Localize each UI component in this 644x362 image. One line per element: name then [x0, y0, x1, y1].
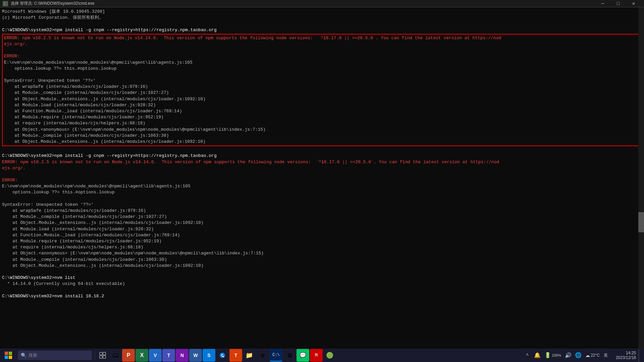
terminal-line: at Module.require (internal/modules/cjs/…: [4, 114, 640, 120]
task-view-button[interactable]: [96, 349, 109, 362]
error-line: ERROR: npm v10.2.5 is known not to run o…: [2, 159, 642, 165]
terminal-line: at Module.load (internal/modules/cjs/loa…: [2, 226, 642, 232]
svg-rect-3: [9, 352, 12, 355]
terminal-line: at Module._compile (internal/modules/cjs…: [4, 133, 640, 139]
maximize-button[interactable]: □: [610, 0, 626, 7]
scrollbar[interactable]: [638, 7, 644, 349]
terminal-window[interactable]: Microsoft Windows [版本 10.0.19045.3208] (…: [0, 7, 644, 349]
svg-rect-8: [100, 356, 102, 358]
terminal-line: at require (internal/modules/cjs/helpers…: [4, 120, 640, 126]
terminal-output: Microsoft Windows [版本 10.0.19045.3208] (…: [2, 9, 642, 299]
battery-area: 🔋 100%: [543, 349, 562, 362]
tray-overflow-button[interactable]: ^: [523, 349, 532, 362]
show-desktop-button[interactable]: [639, 349, 641, 362]
terminal-line: at Module._compile (internal/modules/cjs…: [2, 257, 642, 263]
file-explorer-button[interactable]: 🗂: [109, 349, 122, 362]
error-label: ERROR:: [4, 53, 640, 59]
terminal-line: E:\nvm\npm\node_modules\npm\node_modules…: [2, 183, 642, 189]
terminal-icon: C: [3, 1, 8, 6]
weather-icon: ☁: [585, 353, 590, 358]
close-button[interactable]: ✕: [626, 0, 641, 7]
time-display: 14:25: [626, 351, 636, 355]
terminal-line: [2, 171, 642, 177]
app-edge[interactable]: [216, 349, 229, 362]
app-onenote[interactable]: N: [176, 349, 189, 362]
app-manager[interactable]: 🖥: [283, 349, 296, 362]
app-console[interactable]: C:\: [270, 349, 282, 362]
scrollbar-thumb[interactable]: [638, 212, 644, 232]
terminal-line: [4, 72, 640, 78]
search-box[interactable]: 🔍 搜索: [18, 351, 92, 360]
terminal-line: at Module._compile (internal/modules/cjs…: [4, 90, 640, 96]
battery-percent: 100%: [552, 353, 561, 357]
terminal-line: (c) Microsoft Corporation. 保留所有权利。: [2, 15, 642, 21]
volume-icon[interactable]: 🔊: [564, 349, 573, 362]
terminal-line: [2, 147, 642, 153]
app-powerpoint[interactable]: P: [122, 349, 135, 362]
terminal-line: SyntaxError: Unexpected token '??=': [2, 202, 642, 208]
search-icon: 🔍: [21, 353, 26, 358]
terminal-line: at Module.load (internal/modules/cjs/loa…: [4, 102, 640, 108]
svg-rect-4: [5, 356, 8, 359]
terminal-line: at wrapSafe (internal/modules/cjs/loader…: [4, 84, 640, 90]
terminal-line: [2, 287, 642, 293]
app-settings[interactable]: ⚙️: [256, 349, 269, 362]
terminal-line: options.lookup ??= this.#options.lookup: [2, 189, 642, 195]
search-placeholder: 搜索: [29, 352, 37, 358]
app-word[interactable]: W: [189, 349, 202, 362]
terminal-line: [2, 269, 642, 275]
svg-rect-5: [9, 356, 12, 359]
terminal-line: [4, 47, 640, 53]
terminal-line: at Function.Module._load (internal/modul…: [2, 232, 642, 238]
app-excel[interactable]: X: [136, 349, 148, 362]
terminal-line: options.lookup ??= this.#options.lookup: [4, 66, 640, 72]
error-line: ERROR: npm v10.2.5 is known not to run o…: [4, 35, 640, 41]
terminal-line: at Module.require (internal/modules/cjs/…: [2, 238, 642, 244]
window-title: 选择 管理员: C:\WINDOWS\system32\cmd.exe: [11, 1, 94, 6]
terminal-line: at Object.Module._extensions..js (intern…: [4, 96, 640, 102]
network-icon[interactable]: 🌐: [574, 349, 583, 362]
window-controls: ─ □ ✕: [595, 0, 641, 7]
app-wechat[interactable]: 💬: [297, 349, 309, 362]
app-red[interactable]: M: [310, 349, 323, 362]
input-method-indicator[interactable]: 英: [602, 353, 609, 358]
terminal-line: at wrapSafe (internal/modules/cjs/loader…: [2, 208, 642, 214]
svg-rect-6: [100, 352, 102, 355]
terminal-line: at require (internal/modules/cjs/helpers…: [2, 244, 642, 250]
svg-rect-7: [103, 352, 106, 355]
terminal-line: at Object.Module._extensions..js (intern…: [2, 220, 642, 226]
svg-text:C: C: [4, 2, 6, 6]
terminal-command: C:\WINDOWS\system32>npm install -g cnpm …: [2, 27, 642, 33]
svg-rect-9: [103, 356, 106, 358]
terminal-line: * 14.14.0 (Currently using 64-bit execut…: [2, 281, 642, 287]
taskbar-separator: [95, 350, 95, 360]
battery-widget[interactable]: 🔋 100%: [544, 352, 561, 359]
terminal-line: at Object.<anonymous> (E:\nvm\npm\node_m…: [2, 250, 642, 256]
app-font[interactable]: T: [229, 349, 242, 362]
app-files2[interactable]: 📁: [243, 349, 256, 362]
terminal-command: C:\WINDOWS\system32>nvm list: [2, 275, 642, 281]
battery-icon: 🔋: [544, 352, 551, 359]
app-blue1[interactable]: S: [203, 349, 215, 362]
app-green[interactable]: 🟢: [323, 349, 336, 362]
app-visio[interactable]: V: [149, 349, 162, 362]
start-button[interactable]: [0, 349, 17, 362]
weather-widget[interactable]: ☁ 22°C: [584, 353, 601, 358]
date-display: 2023/12/18: [616, 355, 636, 360]
terminal-line: at Object.Module._extensions..js (intern…: [4, 139, 640, 145]
temperature: 22°C: [591, 353, 600, 358]
terminal-command: C:\WINDOWS\system32>npm install -g cnpm …: [2, 153, 642, 159]
notification-icon[interactable]: 🔔: [533, 349, 542, 362]
error-label: ERROR:: [2, 177, 642, 183]
app-teams[interactable]: T: [162, 349, 175, 362]
minimize-button[interactable]: ─: [595, 0, 610, 7]
error-line: ejs.org/.: [4, 41, 640, 47]
terminal-line: E:\nvm\npm\node_modules\npm\node_modules…: [4, 60, 640, 66]
clock[interactable]: 14:25 2023/12/18: [610, 349, 637, 362]
svg-rect-2: [5, 352, 8, 355]
titlebar-left: C 选择 管理员: C:\WINDOWS\system32\cmd.exe: [3, 1, 94, 6]
taskbar: 🔍 搜索 🗂 P X V T N W S: [0, 349, 644, 362]
titlebar: C 选择 管理员: C:\WINDOWS\system32\cmd.exe ─ …: [0, 0, 644, 7]
terminal-line: [2, 196, 642, 202]
error-line: ejs.org/.: [2, 165, 642, 171]
